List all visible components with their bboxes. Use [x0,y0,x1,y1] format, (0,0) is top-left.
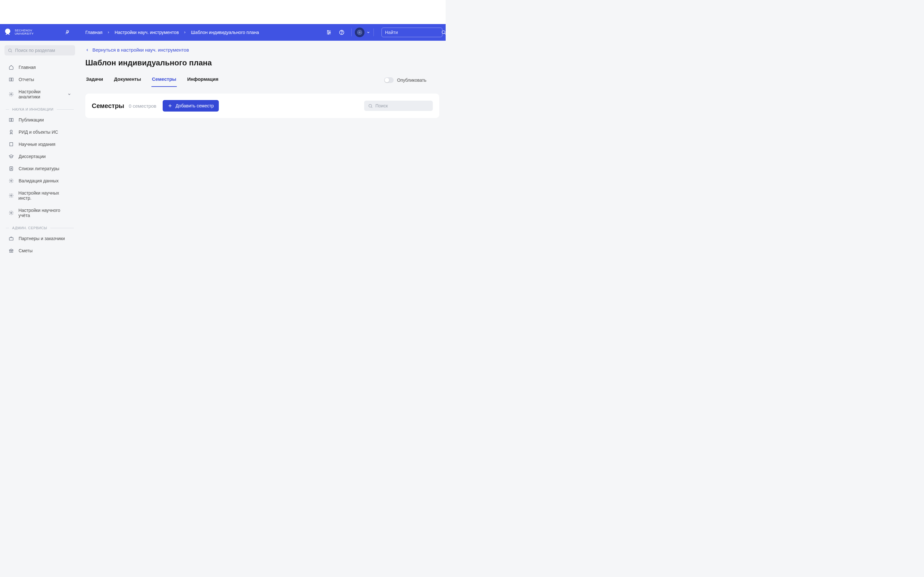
sidebar-item-analytics-settings[interactable]: Настройки аналитики [5,85,75,103]
svg-point-11 [359,32,360,33]
award-icon [8,129,14,135]
global-search-input[interactable] [385,30,441,35]
section-title: НАУКА И ИННОВАЦИИ [12,107,53,111]
svg-point-5 [330,32,330,33]
chevron-left-icon [86,48,89,52]
home-icon [8,65,14,70]
chevron-down-icon [367,31,370,34]
gear-icon [8,210,14,215]
tab-information[interactable]: Информация [186,73,219,87]
sidebar-search-input[interactable] [15,48,72,53]
sidebar-item-sci-tools[interactable]: Настройки научных инстр. [5,187,75,204]
publish-toggle[interactable] [384,77,394,83]
svg-point-31 [369,104,372,107]
user-menu[interactable] [355,27,370,37]
svg-rect-28 [9,237,13,240]
publish-label: Опубликовать [397,77,426,83]
sidebar-item-label: Диссертации [19,154,45,159]
main-content: Вернуться в настройки науч. инструментов… [78,41,446,278]
card-search[interactable] [364,101,433,111]
sidebar-item-label: Настройки научных инстр. [18,190,71,201]
sidebar-item-label: Главная [19,65,36,70]
back-link[interactable]: Вернуться в настройки науч. инструментов [86,47,189,53]
sidebar-item-label: Научные издания [19,142,55,147]
sidebar-item-partners[interactable]: Партнеры и заказчики [5,232,75,245]
sidebar-item-estimates[interactable]: Сметы [5,245,75,257]
svg-point-24 [11,168,12,169]
plus-icon [168,103,172,108]
book-icon [8,77,14,82]
sidebar-item-label: Партнеры и заказчики [19,236,65,241]
svg-line-13 [445,33,446,34]
tabs: Задачи Документы Семестры Информация [86,73,219,87]
sidebar-item-home[interactable]: Главная [5,61,75,73]
gear-icon [8,178,14,183]
breadcrumb-item-settings[interactable]: Настройки науч. инструментов [115,30,179,35]
section-header-science: НАУКА И ИННОВАЦИИ [5,103,75,114]
header-divider [351,29,352,36]
briefcase-icon [8,236,14,241]
gear-icon [8,193,14,198]
search-icon [368,103,373,108]
tab-documents[interactable]: Документы [113,73,142,87]
sidebar-item-reports[interactable]: Отчеты [5,73,75,85]
add-button-label: Добавить семестр [176,103,214,108]
sidebar-item-label: Настройки аналитики [19,89,63,99]
search-icon [8,48,13,53]
svg-line-15 [11,51,12,52]
card-title: Семестры [92,102,124,110]
top-blank-area [0,0,446,24]
sidebar-item-label: Валидация данных [19,178,59,183]
contact-icon [8,166,14,171]
svg-point-26 [11,195,12,196]
sidebar-search[interactable] [5,45,75,55]
card-search-input[interactable] [375,103,431,108]
tab-tasks[interactable]: Задачи [86,73,103,87]
chevron-down-icon [67,92,71,96]
help-icon[interactable] [335,26,348,39]
sidebar-item-label: Публикации [19,117,44,122]
back-link-label: Вернуться в настройки науч. инструментов [92,47,189,53]
sidebar-item-validation[interactable]: Валидация данных [5,175,75,187]
sidebar: Главная Отчеты Настройки аналитики НАУКА… [0,41,78,278]
avatar [355,27,365,37]
building-icon [8,142,14,147]
header-divider [373,29,374,36]
semesters-card: Семестры 0 семестров Добавить семестр [86,93,439,118]
sidebar-item-publications[interactable]: Публикации [5,114,75,126]
pin-icon[interactable] [65,30,70,35]
breadcrumb-item-template[interactable]: Шаблон индивидуального плана [191,30,259,35]
svg-point-16 [11,93,12,95]
sidebar-item-label: Сметы [19,248,33,253]
breadcrumb-item-home[interactable]: Главная [86,30,102,35]
logo-text: SECHENOV UNIVERSITY [15,29,34,35]
svg-rect-18 [10,143,13,146]
settings-icon[interactable] [322,26,335,39]
section-title: АДМИН. СЕРВИСЫ [12,226,47,230]
sidebar-item-journals[interactable]: Научные издания [5,138,75,150]
svg-point-4 [328,31,328,31]
sidebar-item-dissertations[interactable]: Диссертации [5,150,75,163]
tab-semesters[interactable]: Семестры [152,73,177,87]
breadcrumb: Главная Настройки науч. инструментов Шаб… [74,30,259,35]
gear-icon [8,92,14,97]
svg-point-25 [11,180,12,181]
graduation-icon [8,154,14,159]
sidebar-item-literature[interactable]: Списки литературы [5,163,75,175]
card-count: 0 семестров [129,103,156,109]
sidebar-item-sci-accounting[interactable]: Настройки научного учёта [5,204,75,221]
book-icon [8,117,14,122]
svg-point-14 [9,49,11,52]
svg-point-12 [442,31,445,34]
svg-point-6 [328,33,329,34]
svg-line-32 [371,107,372,108]
app-header: SECHENOV UNIVERSITY Главная Настройки на… [0,24,446,41]
sidebar-item-ip[interactable]: РИД и объекты ИС [5,126,75,138]
svg-point-17 [10,130,13,132]
global-search[interactable] [381,27,443,37]
tabs-row: Задачи Документы Семестры Информация Опу… [86,73,439,87]
sidebar-item-label: Отчеты [19,77,34,82]
header-right [322,26,443,39]
section-header-admin: АДМИН. СЕРВИСЫ [5,221,75,232]
add-semester-button[interactable]: Добавить семестр [163,100,219,111]
